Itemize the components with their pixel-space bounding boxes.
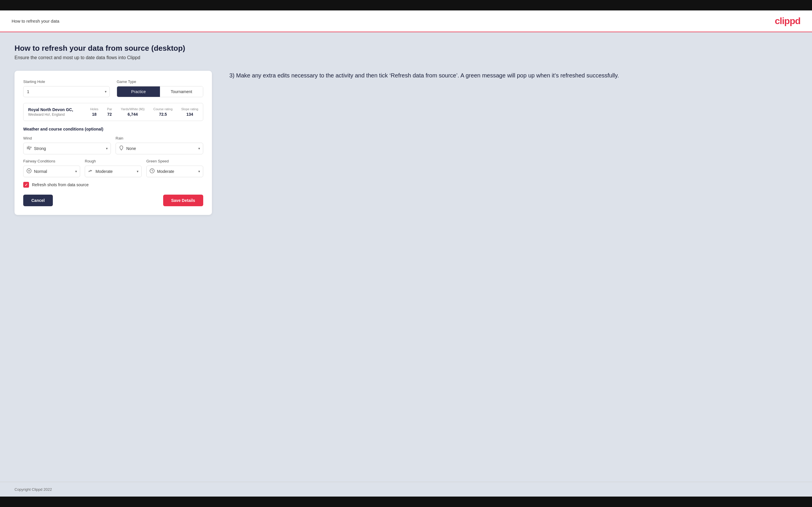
rain-select[interactable]: None Light Heavy (126, 146, 193, 151)
tournament-button[interactable]: Tournament (160, 87, 203, 97)
weather-section-title: Weather and course conditions (optional) (23, 127, 203, 131)
instruction-text: 3) Make any extra edits necessary to the… (230, 71, 798, 80)
par-stat: Par 72 (107, 107, 112, 117)
starting-hole-label: Starting Hole (23, 79, 110, 84)
game-type-label: Game Type (117, 79, 203, 84)
green-speed-group: Green Speed Moderate Slow Fast ▾ (146, 159, 203, 177)
par-value: 72 (107, 112, 112, 117)
refresh-checkbox[interactable] (23, 182, 29, 188)
green-speed-select-wrapper: Moderate Slow Fast ▾ (146, 166, 203, 177)
holes-stat: Holes 18 (90, 107, 98, 117)
rough-label: Rough (85, 159, 142, 163)
rough-select-wrapper: Moderate Light Heavy ▾ (85, 166, 142, 177)
fairway-icon (27, 168, 32, 175)
refresh-label: Refresh shots from data source (32, 182, 89, 187)
fairway-select[interactable]: Normal Firm Soft (34, 169, 69, 174)
logo: clippd (775, 16, 800, 26)
fairway-group: Fairway Conditions Normal Firm Soft ▾ (23, 159, 80, 177)
row-wind-rain: Wind Strong Light None ▾ Rain (23, 136, 203, 154)
slope-rating-label: Slope rating (181, 107, 198, 111)
course-rating-label: Course rating (153, 107, 172, 111)
rain-icon (119, 145, 124, 152)
wind-group: Wind Strong Light None ▾ (23, 136, 111, 154)
slope-rating-stat: Slope rating 134 (181, 107, 198, 117)
course-name: Royal North Devon GC, (28, 107, 73, 112)
rough-icon (88, 168, 93, 175)
wind-select[interactable]: Strong Light None (34, 146, 100, 151)
rain-label: Rain (115, 136, 203, 140)
rough-group: Rough Moderate Light Heavy ▾ (85, 159, 142, 177)
form-actions: Cancel Save Details (23, 194, 203, 206)
wind-chevron-icon: ▾ (106, 147, 108, 151)
green-speed-label: Green Speed (146, 159, 203, 163)
starting-hole-select-wrapper: 1 ▾ (23, 86, 110, 97)
course-rating-stat: Course rating 72.5 (153, 107, 172, 117)
footer-copyright: Copyright Clippd 2022 (14, 487, 52, 492)
par-label: Par (107, 107, 112, 111)
wind-label: Wind (23, 136, 111, 140)
course-location: Westward Ho!, England (28, 113, 73, 117)
rough-chevron-icon: ▾ (137, 169, 139, 173)
rain-select-wrapper: None Light Heavy ▾ (115, 143, 203, 154)
wind-select-wrapper: Strong Light None ▾ (23, 143, 111, 154)
game-type-group: Game Type Practice Tournament (117, 79, 203, 97)
header: How to refresh your data clippd (0, 10, 812, 32)
side-instructions: 3) Make any extra edits necessary to the… (230, 71, 798, 80)
practice-button[interactable]: Practice (117, 87, 160, 97)
refresh-checkbox-row: Refresh shots from data source (23, 182, 203, 188)
row-fairway-rough-green: Fairway Conditions Normal Firm Soft ▾ (23, 159, 203, 177)
course-name-group: Royal North Devon GC, Westward Ho!, Engl… (28, 107, 73, 117)
save-button[interactable]: Save Details (163, 194, 204, 206)
bottom-bar (0, 497, 812, 507)
course-stats: Holes 18 Par 72 Yards/White (M)) 6,744 C… (90, 107, 198, 117)
yards-label: Yards/White (M)) (121, 107, 145, 111)
page-subtitle: Ensure the correct and most up to date d… (14, 55, 798, 60)
main-content: How to refresh your data from source (de… (0, 32, 812, 482)
row-hole-gametype: Starting Hole 1 ▾ Game Type Practice Tou… (23, 79, 203, 97)
yards-value: 6,744 (121, 112, 145, 117)
fairway-chevron-icon: ▾ (75, 169, 77, 173)
form-card: Starting Hole 1 ▾ Game Type Practice Tou… (14, 71, 212, 215)
fairway-label: Fairway Conditions (23, 159, 80, 163)
top-bar (0, 0, 812, 10)
fairway-select-wrapper: Normal Firm Soft ▾ (23, 166, 80, 177)
holes-label: Holes (90, 107, 98, 111)
rain-chevron-icon: ▾ (198, 147, 200, 151)
holes-value: 18 (90, 112, 98, 117)
footer: Copyright Clippd 2022 (0, 482, 812, 497)
starting-hole-select[interactable]: 1 (23, 87, 109, 97)
wind-icon (27, 145, 32, 152)
game-type-toggle: Practice Tournament (117, 86, 203, 97)
green-speed-icon (150, 168, 155, 175)
header-title: How to refresh your data (12, 18, 59, 23)
rough-select[interactable]: Moderate Light Heavy (96, 169, 131, 174)
green-speed-select[interactable]: Moderate Slow Fast (157, 169, 193, 174)
course-info-row: Royal North Devon GC, Westward Ho!, Engl… (23, 103, 203, 121)
slope-rating-value: 134 (181, 112, 198, 117)
starting-hole-group: Starting Hole 1 ▾ (23, 79, 110, 97)
content-area: Starting Hole 1 ▾ Game Type Practice Tou… (14, 71, 798, 215)
page-title: How to refresh your data from source (de… (14, 44, 798, 53)
green-speed-chevron-icon: ▾ (198, 169, 200, 173)
rain-group: Rain None Light Heavy ▾ (115, 136, 203, 154)
cancel-button[interactable]: Cancel (23, 194, 53, 206)
course-rating-value: 72.5 (153, 112, 172, 117)
yards-stat: Yards/White (M)) 6,744 (121, 107, 145, 117)
